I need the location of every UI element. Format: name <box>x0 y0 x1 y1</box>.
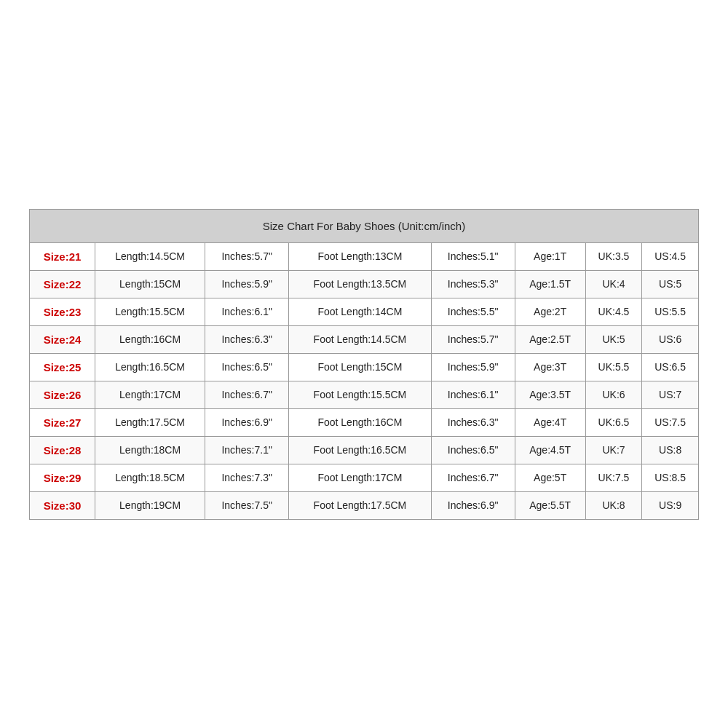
table-cell: Inches:5.9" <box>431 353 515 381</box>
table-cell: Size:29 <box>30 464 95 491</box>
table-cell: Inches:6.7" <box>205 381 289 408</box>
table-cell: Foot Length:17CM <box>289 464 432 491</box>
table-cell: Inches:6.3" <box>205 325 289 353</box>
table-cell: Size:25 <box>30 353 95 381</box>
table-cell: Inches:6.9" <box>205 408 289 436</box>
table-row: Size:22Length:15CMInches:5.9"Foot Length… <box>30 270 699 298</box>
table-cell: US:5.5 <box>642 298 699 325</box>
table-cell: Size:30 <box>30 491 95 519</box>
table-cell: Size:21 <box>30 242 95 270</box>
table-cell: Inches:5.7" <box>431 325 515 353</box>
table-cell: UK:7.5 <box>585 464 642 491</box>
table-cell: UK:8 <box>585 491 642 519</box>
table-cell: Inches:5.3" <box>431 270 515 298</box>
table-cell: Inches:6.3" <box>431 408 515 436</box>
page-wrapper: Size Chart For Baby Shoes (Unit:cm/inch)… <box>29 209 699 520</box>
table-cell: Length:14.5CM <box>95 242 205 270</box>
table-cell: Size:26 <box>30 381 95 408</box>
table-cell: Inches:5.9" <box>205 270 289 298</box>
table-cell: Inches:6.9" <box>431 491 515 519</box>
table-cell: Inches:6.1" <box>431 381 515 408</box>
table-cell: UK:6 <box>585 381 642 408</box>
table-cell: Age:5T <box>515 464 585 491</box>
table-cell: US:9 <box>642 491 699 519</box>
table-cell: Length:18.5CM <box>95 464 205 491</box>
table-cell: Size:23 <box>30 298 95 325</box>
table-cell: Foot Length:17.5CM <box>289 491 432 519</box>
table-cell: Length:16CM <box>95 325 205 353</box>
table-cell: Foot Length:15CM <box>289 353 432 381</box>
table-cell: Foot Length:16.5CM <box>289 436 432 464</box>
table-cell: UK:5.5 <box>585 353 642 381</box>
table-row: Size:23Length:15.5CMInches:6.1"Foot Leng… <box>30 298 699 325</box>
table-cell: Age:3T <box>515 353 585 381</box>
size-chart-table: Size Chart For Baby Shoes (Unit:cm/inch)… <box>29 209 699 520</box>
table-cell: Size:22 <box>30 270 95 298</box>
table-cell: Inches:7.1" <box>205 436 289 464</box>
table-cell: Foot Length:13CM <box>289 242 432 270</box>
table-cell: Inches:5.1" <box>431 242 515 270</box>
table-cell: UK:4.5 <box>585 298 642 325</box>
table-cell: Foot Length:14.5CM <box>289 325 432 353</box>
table-cell: Age:2T <box>515 298 585 325</box>
table-cell: Inches:7.3" <box>205 464 289 491</box>
table-cell: Age:2.5T <box>515 325 585 353</box>
table-cell: US:8.5 <box>642 464 699 491</box>
table-cell: US:6 <box>642 325 699 353</box>
table-row: Size:26Length:17CMInches:6.7"Foot Length… <box>30 381 699 408</box>
table-cell: Inches:6.1" <box>205 298 289 325</box>
table-cell: US:4.5 <box>642 242 699 270</box>
table-cell: US:6.5 <box>642 353 699 381</box>
table-cell: US:8 <box>642 436 699 464</box>
table-cell: Foot Length:15.5CM <box>289 381 432 408</box>
table-cell: US:7 <box>642 381 699 408</box>
table-cell: Size:24 <box>30 325 95 353</box>
table-cell: Inches:6.5" <box>205 353 289 381</box>
table-cell: UK:3.5 <box>585 242 642 270</box>
table-cell: US:5 <box>642 270 699 298</box>
table-cell: Length:17CM <box>95 381 205 408</box>
table-row: Size:27Length:17.5CMInches:6.9"Foot Leng… <box>30 408 699 436</box>
table-cell: Size:27 <box>30 408 95 436</box>
table-cell: Inches:5.7" <box>205 242 289 270</box>
table-cell: Length:15CM <box>95 270 205 298</box>
table-cell: Age:3.5T <box>515 381 585 408</box>
table-row: Size:28Length:18CMInches:7.1"Foot Length… <box>30 436 699 464</box>
table-cell: Length:19CM <box>95 491 205 519</box>
table-cell: Length:18CM <box>95 436 205 464</box>
table-cell: UK:7 <box>585 436 642 464</box>
table-cell: UK:6.5 <box>585 408 642 436</box>
table-cell: UK:4 <box>585 270 642 298</box>
table-cell: Inches:7.5" <box>205 491 289 519</box>
table-cell: Size:28 <box>30 436 95 464</box>
table-cell: Age:5.5T <box>515 491 585 519</box>
table-cell: Length:16.5CM <box>95 353 205 381</box>
table-cell: Age:1T <box>515 242 585 270</box>
table-cell: Age:4T <box>515 408 585 436</box>
table-cell: US:7.5 <box>642 408 699 436</box>
table-cell: Length:15.5CM <box>95 298 205 325</box>
table-cell: Foot Length:14CM <box>289 298 432 325</box>
table-cell: Age:1.5T <box>515 270 585 298</box>
table-cell: Length:17.5CM <box>95 408 205 436</box>
table-cell: Inches:6.7" <box>431 464 515 491</box>
table-row: Size:24Length:16CMInches:6.3"Foot Length… <box>30 325 699 353</box>
table-cell: Foot Length:16CM <box>289 408 432 436</box>
table-cell: Inches:6.5" <box>431 436 515 464</box>
table-row: Size:21Length:14.5CMInches:5.7"Foot Leng… <box>30 242 699 270</box>
table-row: Size:30Length:19CMInches:7.5"Foot Length… <box>30 491 699 519</box>
table-row: Size:29Length:18.5CMInches:7.3"Foot Leng… <box>30 464 699 491</box>
table-title: Size Chart For Baby Shoes (Unit:cm/inch) <box>30 209 699 242</box>
table-cell: UK:5 <box>585 325 642 353</box>
table-cell: Foot Length:13.5CM <box>289 270 432 298</box>
table-cell: Age:4.5T <box>515 436 585 464</box>
table-row: Size:25Length:16.5CMInches:6.5"Foot Leng… <box>30 353 699 381</box>
table-cell: Inches:5.5" <box>431 298 515 325</box>
